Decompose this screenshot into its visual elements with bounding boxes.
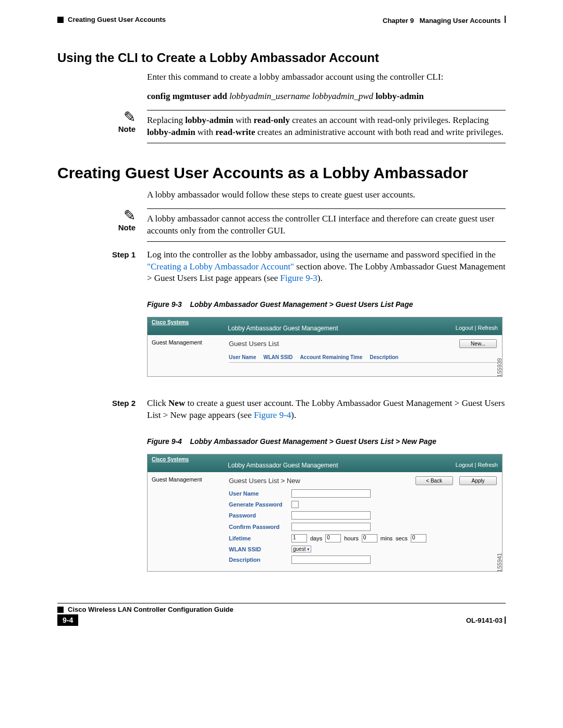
refresh-link[interactable]: Refresh [478, 462, 498, 468]
cli-command: config mgmtuser add lobbyadmin_username … [147, 91, 506, 103]
divider-icon [505, 16, 506, 23]
note-icon: ✎ [124, 110, 136, 125]
page-number: 9-4 [57, 614, 78, 626]
refresh-link[interactable]: Refresh [478, 325, 498, 331]
chapter-title: Managing User Accounts [420, 17, 501, 24]
field-label: User Name [229, 490, 291, 497]
field-label: WLAN SSID [229, 546, 291, 552]
sidebar-item[interactable]: Guest Management [148, 472, 224, 571]
chapter-number: Chapter 9 [383, 17, 414, 24]
sidebar-item[interactable]: Guest Management [148, 335, 224, 376]
figure-ref-link[interactable]: Figure 9-3 [280, 273, 317, 283]
generate-password-checkbox[interactable] [291, 501, 299, 508]
page-title: Guest Users List [229, 340, 279, 348]
lifetime-secs-input[interactable]: 0 [411, 534, 426, 542]
lifetime-hours-input[interactable]: 0 [325, 534, 341, 542]
cisco-logo: Cisco Systems [148, 317, 224, 335]
lifetime-days-input[interactable]: 1 [291, 534, 307, 542]
field-label: Description [229, 557, 291, 563]
figure-id: 155939 [496, 358, 503, 377]
col-header: Account Remaining Time [300, 354, 362, 360]
password-input[interactable] [291, 511, 371, 520]
cmd-part: lobby-admin [375, 91, 424, 101]
step-label: Step 2 [57, 398, 147, 408]
chevron-down-icon: ▾ [307, 547, 310, 552]
step-body: Log into the controller as the lobby amb… [147, 249, 506, 285]
cmd-part: config mgmtuser add [147, 91, 229, 101]
new-button[interactable]: New... [459, 339, 497, 348]
intro-text: Enter this command to create a lobby amb… [147, 71, 506, 83]
intro-text: A lobby ambassador would follow these st… [147, 189, 506, 201]
field-label: Confirm Password [229, 524, 291, 530]
figure-9-3: Cisco Systems Lobby Ambassador Guest Man… [147, 317, 503, 377]
app-title: Lobby Ambassador Guest Management [224, 454, 451, 472]
step-label: Step 1 [57, 249, 147, 259]
apply-button[interactable]: Apply [459, 476, 497, 485]
figure-9-4: Cisco Systems Lobby Ambassador Guest Man… [147, 454, 503, 572]
step-row: Step 1 Log into the controller as the lo… [57, 249, 506, 285]
page-header: Creating Guest User Accounts Chapter 9 M… [57, 16, 506, 24]
description-input[interactable] [291, 556, 371, 564]
wlan-ssid-select[interactable]: guest▾ [291, 546, 311, 552]
document-id: OL-9141-03 [466, 616, 503, 624]
cisco-logo: Cisco Systems [148, 454, 224, 472]
note-label: Note [118, 223, 136, 232]
note-label: Note [118, 125, 136, 133]
cross-ref-link[interactable]: "Creating a Lobby Ambassador Account" [147, 262, 294, 272]
page-title: Guest Users List > New [229, 477, 300, 485]
table-header: User Name WLAN SSID Account Remaining Ti… [229, 352, 497, 363]
divider-icon [505, 616, 506, 624]
col-header: Description [370, 354, 398, 360]
section-heading-cli: Using the CLI to Create a Lobby Ambassad… [57, 51, 506, 65]
figure-caption: Figure 9-4 Lobby Ambassador Guest Manage… [147, 437, 506, 446]
page-footer: Cisco Wireless LAN Controller Configurat… [57, 603, 506, 613]
col-header: WLAN SSID [263, 354, 292, 360]
app-title: Lobby Ambassador Guest Management [224, 317, 451, 335]
field-label: Lifetime [229, 535, 291, 541]
note-body: A lobby ambassador cannot access the con… [147, 208, 506, 242]
field-label: Generate Password [229, 501, 291, 508]
book-title: Cisco Wireless LAN Controller Configurat… [68, 606, 234, 613]
col-header: User Name [229, 354, 256, 360]
figure-ref-link[interactable]: Figure 9-4 [254, 410, 291, 420]
lifetime-mins-input[interactable]: 0 [362, 534, 377, 542]
note-icon: ✎ [124, 208, 136, 223]
username-input[interactable] [291, 489, 371, 498]
note-body: Replacing lobby-admin with read-only cre… [147, 110, 506, 143]
logout-link[interactable]: Logout [456, 325, 473, 331]
note-block: ✎ Note Replacing lobby-admin with read-o… [57, 110, 506, 143]
logout-link[interactable]: Logout [456, 462, 473, 468]
figure-id: 155941 [496, 553, 503, 572]
cmd-arg: lobbyadmin_username lobbyadmin_pwd [229, 91, 375, 101]
step-body: Click New to create a guest user account… [147, 398, 506, 422]
back-button[interactable]: < Back [415, 476, 453, 485]
figure-caption: Figure 9-3 Lobby Ambassador Guest Manage… [147, 300, 506, 309]
step-row: Step 2 Click New to create a guest user … [57, 398, 506, 422]
section-heading-guest: Creating Guest User Accounts as a Lobby … [57, 164, 506, 182]
square-bullet-icon [57, 17, 64, 23]
note-block: ✎ Note A lobby ambassador cannot access … [57, 208, 506, 242]
square-bullet-icon [57, 607, 64, 613]
breadcrumb: Creating Guest User Accounts [68, 16, 166, 23]
confirm-password-input[interactable] [291, 523, 371, 531]
field-label: Password [229, 512, 291, 519]
